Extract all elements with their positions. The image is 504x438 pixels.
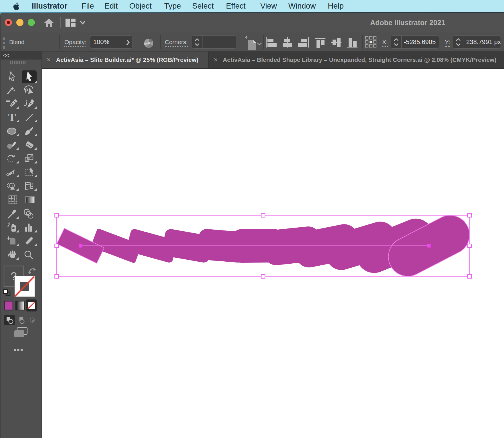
svg-text:T: T	[8, 111, 16, 124]
